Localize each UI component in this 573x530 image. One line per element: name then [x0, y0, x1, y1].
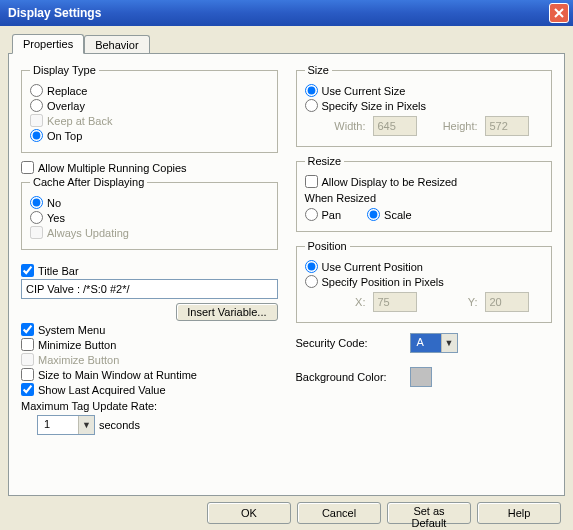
- label-height: Height:: [433, 120, 478, 132]
- label-always-updating: Always Updating: [47, 227, 129, 239]
- label-x: X:: [321, 296, 366, 308]
- check-minimize[interactable]: [21, 338, 34, 351]
- size-group: Size Use Current Size Specify Size in Pi…: [296, 64, 553, 147]
- label-replace: Replace: [47, 85, 87, 97]
- label-pan: Pan: [322, 209, 342, 221]
- input-title-bar[interactable]: [21, 279, 278, 299]
- help-button[interactable]: Help: [477, 502, 561, 524]
- label-specify-position: Specify Position in Pixels: [322, 276, 444, 288]
- left-column: Display Type Replace Overlay Keep at Bac…: [21, 64, 278, 437]
- tab-properties[interactable]: Properties: [12, 34, 84, 54]
- check-title-bar[interactable]: [21, 264, 34, 277]
- label-scale: Scale: [384, 209, 412, 221]
- position-group: Position Use Current Position Specify Po…: [296, 240, 553, 323]
- label-system-menu: System Menu: [38, 324, 105, 336]
- label-specify-size: Specify Size in Pixels: [322, 100, 427, 112]
- radio-pan[interactable]: [305, 208, 318, 221]
- label-allow-resize: Allow Display to be Resized: [322, 176, 458, 188]
- label-on-top: On Top: [47, 130, 82, 142]
- radio-specify-size[interactable]: [305, 99, 318, 112]
- dropdown-update-rate[interactable]: 1 ▼: [37, 415, 95, 435]
- label-minimize: Minimize Button: [38, 339, 116, 351]
- input-height: [485, 116, 529, 136]
- display-type-legend: Display Type: [30, 64, 99, 76]
- label-max-tag: Maximum Tag Update Rate:: [21, 400, 278, 412]
- tab-panel-properties: Display Type Replace Overlay Keep at Bac…: [8, 53, 565, 496]
- label-width: Width:: [321, 120, 366, 132]
- radio-use-current-position[interactable]: [305, 260, 318, 273]
- insert-variable-button[interactable]: Insert Variable...: [176, 303, 277, 321]
- check-always-updating: [30, 226, 43, 239]
- window-titlebar: Display Settings: [0, 0, 573, 26]
- size-legend: Size: [305, 64, 332, 76]
- cancel-button[interactable]: Cancel: [297, 502, 381, 524]
- radio-cache-yes[interactable]: [30, 211, 43, 224]
- label-when-resized: When Resized: [305, 192, 544, 204]
- input-width: [373, 116, 417, 136]
- check-size-main[interactable]: [21, 368, 34, 381]
- radio-scale[interactable]: [367, 208, 380, 221]
- bg-color-swatch[interactable]: [410, 367, 432, 387]
- check-show-last[interactable]: [21, 383, 34, 396]
- label-cache-no: No: [47, 197, 61, 209]
- security-code-value: A: [411, 334, 441, 352]
- label-security-code: Security Code:: [296, 337, 406, 349]
- ok-button[interactable]: OK: [207, 502, 291, 524]
- label-y: Y:: [433, 296, 478, 308]
- close-button[interactable]: [549, 3, 569, 23]
- set-default-button[interactable]: Set as Default: [387, 502, 471, 524]
- radio-on-top[interactable]: [30, 129, 43, 142]
- label-keep-at-back: Keep at Back: [47, 115, 112, 127]
- input-x: [373, 292, 417, 312]
- label-allow-multiple: Allow Multiple Running Copies: [38, 162, 187, 174]
- radio-use-current-size[interactable]: [305, 84, 318, 97]
- check-maximize: [21, 353, 34, 366]
- display-type-group: Display Type Replace Overlay Keep at Bac…: [21, 64, 278, 153]
- chevron-down-icon[interactable]: ▼: [441, 334, 457, 352]
- radio-overlay[interactable]: [30, 99, 43, 112]
- label-size-main: Size to Main Window at Runtime: [38, 369, 197, 381]
- label-show-last: Show Last Acquired Value: [38, 384, 166, 396]
- cache-group: Cache After Displaying No Yes Always Upd…: [21, 176, 278, 250]
- resize-legend: Resize: [305, 155, 345, 167]
- label-maximize: Maximize Button: [38, 354, 119, 366]
- radio-cache-no[interactable]: [30, 196, 43, 209]
- tab-behavior[interactable]: Behavior: [84, 35, 149, 55]
- check-system-menu[interactable]: [21, 323, 34, 336]
- check-keep-at-back: [30, 114, 43, 127]
- chevron-down-icon[interactable]: ▼: [78, 416, 94, 434]
- radio-replace[interactable]: [30, 84, 43, 97]
- input-y: [485, 292, 529, 312]
- label-use-current-position: Use Current Position: [322, 261, 424, 273]
- update-rate-value: 1: [38, 416, 78, 434]
- dropdown-security-code[interactable]: A ▼: [410, 333, 458, 353]
- window-title: Display Settings: [8, 6, 549, 20]
- cache-legend: Cache After Displaying: [30, 176, 147, 188]
- label-cache-yes: Yes: [47, 212, 65, 224]
- label-bg-color: Background Color:: [296, 371, 406, 383]
- label-title-bar: Title Bar: [38, 265, 79, 277]
- check-allow-resize[interactable]: [305, 175, 318, 188]
- radio-specify-position[interactable]: [305, 275, 318, 288]
- tab-strip: Properties Behavior: [8, 34, 565, 54]
- resize-group: Resize Allow Display to be Resized When …: [296, 155, 553, 232]
- position-legend: Position: [305, 240, 350, 252]
- dialog-button-row: OK Cancel Set as Default Help: [8, 496, 565, 524]
- check-allow-multiple[interactable]: [21, 161, 34, 174]
- right-column: Size Use Current Size Specify Size in Pi…: [296, 64, 553, 437]
- label-seconds: seconds: [99, 419, 140, 431]
- label-use-current-size: Use Current Size: [322, 85, 406, 97]
- label-overlay: Overlay: [47, 100, 85, 112]
